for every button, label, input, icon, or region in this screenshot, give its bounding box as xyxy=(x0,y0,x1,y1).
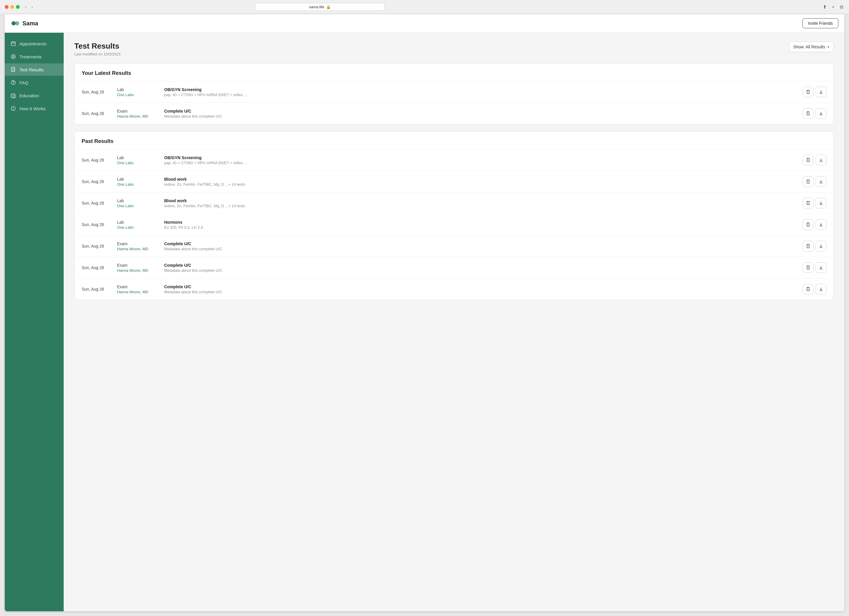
invite-friends-button[interactable]: Invite Friends xyxy=(803,18,839,28)
result-date: Sun, Aug 26 xyxy=(82,265,111,270)
result-provider[interactable]: One Labs xyxy=(117,161,158,165)
education-icon xyxy=(10,93,16,98)
result-source: Lab One Labs xyxy=(117,87,158,97)
result-provider[interactable]: Hanna Moore, MD xyxy=(117,247,158,251)
download-icon xyxy=(819,222,823,227)
forward-button[interactable]: › xyxy=(30,4,34,10)
clipboard-button[interactable] xyxy=(803,155,813,165)
svg-point-3 xyxy=(11,55,15,59)
download-icon xyxy=(819,111,823,116)
table-row: Sun, Aug 26 Lab One Labs OB/GYN Screenin… xyxy=(74,81,833,103)
clipboard-icon xyxy=(806,201,810,205)
sidebar-item-how-it-works[interactable]: How It Works xyxy=(5,102,64,115)
share-button[interactable]: ⬆ xyxy=(822,3,828,10)
result-actions xyxy=(803,262,826,273)
browser-nav: ‹ › xyxy=(23,4,35,10)
download-button[interactable] xyxy=(816,198,826,208)
sidebar-item-test-results[interactable]: Test Results xyxy=(5,63,64,76)
result-source: Exam Hanna Moore, MD xyxy=(117,241,158,251)
sidebar-item-appointments[interactable]: Appointments xyxy=(5,37,64,50)
result-actions xyxy=(803,87,826,97)
download-button[interactable] xyxy=(816,176,826,187)
sidebar-label-test-results: Test Results xyxy=(19,67,44,72)
sidebar-item-treatments[interactable]: Treatments xyxy=(5,51,64,63)
sidebar-item-education[interactable]: Education xyxy=(5,89,64,102)
clipboard-button[interactable] xyxy=(803,176,813,187)
result-provider[interactable]: One Labs xyxy=(117,182,158,187)
clipboard-button[interactable] xyxy=(803,198,813,208)
minimize-button[interactable] xyxy=(10,5,14,9)
download-button[interactable] xyxy=(816,87,826,97)
browser-chrome: ‹ › sama.life 🔒 ⬆ + ⧉ xyxy=(0,0,849,14)
result-provider[interactable]: One Labs xyxy=(117,225,158,230)
result-type: Exam xyxy=(117,241,158,246)
app-header: Sama Invite Friends xyxy=(5,14,844,33)
sidebar-item-faq[interactable]: FAQ xyxy=(5,76,64,89)
result-source: Lab One Labs xyxy=(117,220,158,230)
clipboard-icon xyxy=(806,222,810,227)
treatments-icon xyxy=(10,54,16,59)
result-name: Complete U/C xyxy=(164,109,797,113)
tabs-button[interactable]: ⧉ xyxy=(839,3,844,10)
faq-icon xyxy=(10,80,16,85)
result-name: Complete U/C xyxy=(164,284,797,289)
result-provider[interactable]: One Labs xyxy=(117,92,158,97)
last-modified: Last modified on 10/3/2023 xyxy=(74,52,121,56)
clipboard-button[interactable] xyxy=(803,108,813,119)
content-area: Test Results Last modified on 10/3/2023 … xyxy=(64,33,844,611)
download-button[interactable] xyxy=(816,241,826,251)
document-icon xyxy=(10,67,16,72)
table-row: Sun, Aug 26 Lab One Labs OB/GYN Screenin… xyxy=(74,149,833,171)
download-icon xyxy=(819,89,823,94)
download-icon xyxy=(819,201,823,205)
filter-dropdown[interactable]: Show: All Results ▾ xyxy=(789,42,834,52)
download-button[interactable] xyxy=(816,219,826,230)
download-button[interactable] xyxy=(816,262,826,273)
clipboard-icon xyxy=(806,89,810,94)
add-tab-button[interactable]: + xyxy=(831,3,836,10)
clipboard-button[interactable] xyxy=(803,87,813,97)
result-info: Complete U/C Metadata about this complet… xyxy=(164,284,797,294)
sidebar-label-treatments: Treatments xyxy=(19,54,42,59)
clipboard-button[interactable] xyxy=(803,219,813,230)
clipboard-button[interactable] xyxy=(803,241,813,251)
download-icon xyxy=(819,244,823,248)
result-provider[interactable]: Hanna Moore, MD xyxy=(117,114,158,119)
back-button[interactable]: ‹ xyxy=(23,4,28,10)
close-button[interactable] xyxy=(5,5,9,9)
sidebar-label-how-it-works: How It Works xyxy=(19,106,46,111)
result-provider[interactable]: Hanna Moore, MD xyxy=(117,290,158,294)
page-header: Test Results Last modified on 10/3/2023 … xyxy=(74,42,834,56)
result-provider[interactable]: One Labs xyxy=(117,204,158,208)
result-type: Exam xyxy=(117,284,158,289)
past-results-section: Past Results Sun, Aug 26 Lab One Labs OB… xyxy=(74,131,834,300)
table-row: Sun, Aug 26 Exam Hanna Moore, MD Complet… xyxy=(74,257,833,278)
past-results-title: Past Results xyxy=(74,132,833,149)
logo-text: Sama xyxy=(22,20,38,27)
result-name: Blood work xyxy=(164,177,797,182)
result-desc: E2 320, P4 0.1, LH 2.5 xyxy=(164,225,797,230)
download-icon xyxy=(819,179,823,184)
result-actions xyxy=(803,241,826,251)
download-button[interactable] xyxy=(816,108,826,119)
result-name: Complete U/C xyxy=(164,241,797,246)
main-layout: Appointments Treatments xyxy=(5,33,844,611)
address-bar[interactable]: sama.life 🔒 xyxy=(255,3,385,11)
maximize-button[interactable] xyxy=(16,5,20,9)
table-row: Sun, Aug 26 Lab One Labs Hormons E2 320,… xyxy=(74,214,833,235)
result-name: Complete U/C xyxy=(164,263,797,268)
result-actions xyxy=(803,284,826,295)
clipboard-icon xyxy=(806,244,810,248)
clipboard-button[interactable] xyxy=(803,262,813,273)
result-type: Lab xyxy=(117,220,158,225)
page-title: Test Results xyxy=(74,42,121,51)
result-provider[interactable]: Hanna Moore, MD xyxy=(117,268,158,272)
result-type: Lab xyxy=(117,155,158,160)
result-desc: pap, IG + CT/NG + HPV mRNA E6/E7 + refle… xyxy=(164,92,797,97)
result-name: OB/GYN Screening xyxy=(164,155,797,160)
table-row: Sun, Aug 26 Exam Hanna Moore, MD Complet… xyxy=(74,278,833,300)
download-button[interactable] xyxy=(816,155,826,165)
clipboard-button[interactable] xyxy=(803,284,813,295)
result-actions xyxy=(803,108,826,119)
download-button[interactable] xyxy=(816,284,826,295)
